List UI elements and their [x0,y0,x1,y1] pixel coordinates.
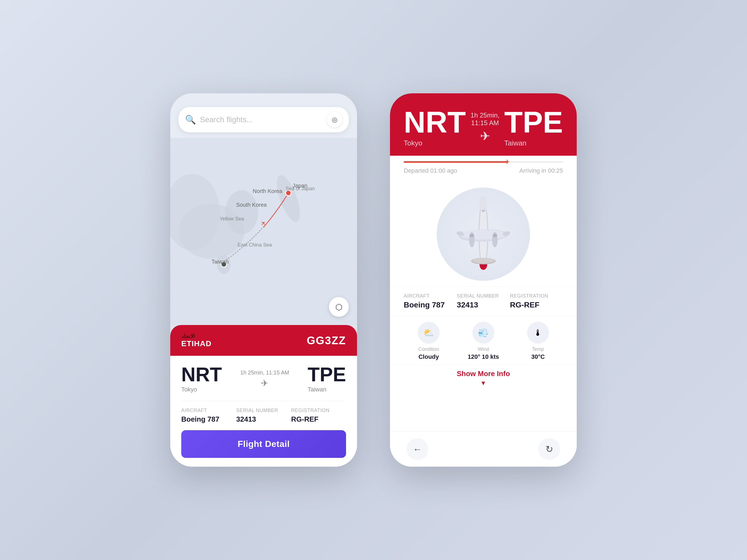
svg-text:Japan: Japan [292,183,308,189]
card-header: الاتحاد ETIHAD GG3ZZ [170,325,357,356]
departed-label: Departed 01:00 ago [404,167,457,174]
layers-icon: ⬡ [335,302,342,312]
stat-serial-label: SERIAL NUMBER [457,293,510,299]
svg-point-28 [493,234,497,237]
temp-value: 30°C [527,353,549,361]
detail-flight-mid: 1h 25min, 11:15 AM ✈ [466,111,504,143]
wind-value: 120° 10 kts [468,353,499,361]
serial-col: SERIAL NUMBER 32413 [236,408,291,424]
detail-dest-city: Taiwan [504,139,563,148]
stat-aircraft-label: AIRCRAFT [404,293,457,299]
detail-duration: 1h 25min, 11:15 AM [466,111,504,127]
detail-nav: ← ↻ [390,431,577,466]
etihad-logo: الاتحاد ETIHAD [181,333,211,348]
back-button[interactable]: ← [407,438,429,460]
aircraft-visual [390,182,577,286]
origin-city: Tokyo [181,386,222,393]
serial-value: 32413 [236,415,291,424]
search-bar[interactable]: 🔍 Search flights... ◎ [179,107,349,132]
route-info: NRT Tokyo 1h 25min, 11:15 AM ✈ TPE Taiwa… [181,365,346,393]
map-svg: ✈ North Korea South Korea Yellow Sea Sea… [170,138,357,325]
aircraft-col: AIRCRAFT Boeing 787 [181,408,236,424]
svg-point-20 [460,230,507,240]
svg-point-29 [482,210,485,212]
show-more-section: Show More Info ▼ [390,365,577,393]
origin: NRT Tokyo [181,365,222,393]
flight-card: الاتحاد ETIHAD GG3ZZ NRT Tokyo 1h 25min,… [170,325,357,466]
serial-label: SERIAL NUMBER [236,408,291,414]
plane-icon: ✈ [240,378,289,389]
condition-icon: ⛅ [418,322,440,344]
detail-body: ✈ Departed 01:00 ago Arriving in 00:25 [390,156,577,466]
weather-wind: 💨 Wind 120° 10 kts [468,322,499,361]
svg-text:Yellow Sea: Yellow Sea [220,216,244,221]
forward-button[interactable]: ↻ [538,438,560,460]
search-input[interactable]: Search flights... [200,115,323,124]
progress-plane: ✈ [505,158,510,166]
stat-reg: REGISTRATION RG-REF [510,293,563,310]
destination: TPE Taiwan [308,365,346,393]
svg-point-24 [472,258,494,263]
reg-col: REGISTRATION RG-REF [291,408,346,424]
reg-label: REGISTRATION [291,408,346,414]
progress-section: ✈ Departed 01:00 ago Arriving in 00:25 [390,156,577,182]
wind-icon: 💨 [472,322,494,344]
show-more-arrow-icon: ▼ [404,380,563,387]
stat-aircraft: AIRCRAFT Boeing 787 [404,293,457,310]
reg-value: RG-REF [291,415,346,424]
svg-text:Taiwan: Taiwan [211,259,229,265]
detail-origin: NRT Tokyo [404,107,466,148]
stat-reg-label: REGISTRATION [510,293,563,299]
progress-bar: ✈ [404,161,563,163]
progress-fill [404,161,507,163]
detail-plane-icon: ✈ [466,129,504,143]
back-icon: ← [413,444,422,455]
stat-reg-value: RG-REF [510,300,563,310]
aircraft-stats: AIRCRAFT Boeing 787 SERIAL NUMBER 32413 … [390,286,577,316]
dest-code: TPE [308,365,346,384]
phone-detail: NRT Tokyo 1h 25min, 11:15 AM ✈ TPE Taiwa… [390,93,577,466]
dest-city: Taiwan [308,386,346,393]
svg-point-1 [272,172,305,224]
svg-point-27 [470,234,474,237]
aircraft-label: AIRCRAFT [181,408,236,414]
detail-dest-code: TPE [504,107,563,137]
search-icon: 🔍 [185,114,196,125]
stat-serial: SERIAL NUMBER 32413 [457,293,510,310]
condition-label: Condition [418,346,440,352]
svg-text:✈: ✈ [259,219,267,227]
layers-button[interactable]: ⬡ [329,297,349,317]
detail-dest: TPE Taiwan [504,107,563,148]
stat-serial-value: 32413 [457,300,510,310]
progress-labels: Departed 01:00 ago Arriving in 00:25 [404,167,563,174]
location-button[interactable]: ◎ [327,112,342,127]
show-more-button[interactable]: Show More Info [404,370,563,378]
flight-middle: 1h 25min, 11:15 AM ✈ [240,370,289,389]
plane-topdown-svg [456,193,511,275]
detail-origin-city: Tokyo [404,139,466,148]
stat-aircraft-value: Boeing 787 [404,300,457,310]
detail-route: NRT Tokyo 1h 25min, 11:15 AM ✈ TPE Taiwa… [404,107,563,148]
aircraft-info: AIRCRAFT Boeing 787 SERIAL NUMBER 32413 … [181,401,346,424]
weather-temp: 🌡 Temp 30°C [527,322,549,361]
aircraft-circle [437,187,530,281]
detail-origin-code: NRT [404,107,466,137]
temp-label: Temp [527,346,549,352]
origin-code: NRT [181,365,222,384]
condition-value: Cloudy [418,353,440,361]
temp-icon: 🌡 [527,322,549,344]
detail-header: NRT Tokyo 1h 25min, 11:15 AM ✈ TPE Taiwa… [390,93,577,156]
forward-icon: ↻ [545,444,553,455]
map-area: ✈ North Korea South Korea Yellow Sea Sea… [170,138,357,325]
wind-label: Wind [468,346,499,352]
weather-condition: ⛅ Condition Cloudy [418,322,440,361]
flight-detail-button[interactable]: Flight Detail [181,430,346,458]
weather-section: ⛅ Condition Cloudy 💨 Wind 120° 10 kts 🌡 … [390,316,577,365]
svg-text:North Korea: North Korea [253,188,283,194]
aircraft-value: Boeing 787 [181,415,236,424]
svg-text:East China Sea: East China Sea [237,242,272,248]
phone-map: 🔍 Search flights... ◎ [170,93,357,466]
card-body: NRT Tokyo 1h 25min, 11:15 AM ✈ TPE Taiwa… [170,356,357,466]
flight-duration: 1h 25min, 11:15 AM [240,370,289,376]
flight-number: GG3ZZ [307,335,346,347]
